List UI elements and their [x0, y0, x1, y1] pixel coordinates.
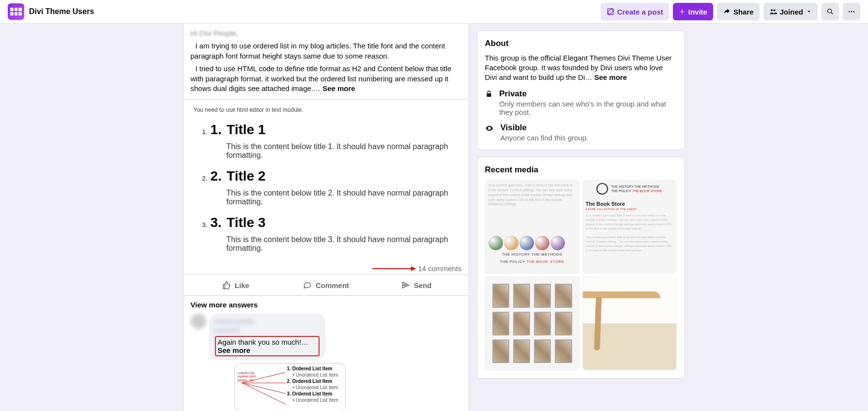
- media-thumb-4[interactable]: [582, 276, 677, 370]
- share-button[interactable]: Share: [717, 3, 760, 20]
- more-button[interactable]: [843, 3, 860, 20]
- invite-label: Invite: [688, 8, 707, 16]
- share-label: Share: [733, 8, 754, 16]
- svg-rect-11: [487, 93, 491, 97]
- ol-item-3: 3. 3. Title 3 This is the content below …: [202, 215, 459, 253]
- view-more-answers[interactable]: View more answers: [184, 296, 469, 314]
- about-text: This group is the official Elegant Theme…: [485, 53, 677, 82]
- private-title: Private: [499, 89, 676, 99]
- media-thumb-3[interactable]: [485, 276, 579, 370]
- ol-item-1: 1. 1. Title 1 This is the content below …: [202, 122, 459, 160]
- joined-label: Joined: [780, 8, 803, 16]
- media-thumb-1[interactable]: Your content goes here. Edit or remove t…: [485, 180, 579, 274]
- svg-line-9: [242, 383, 286, 394]
- comment-text: Again thank you so much!… See more: [218, 338, 309, 354]
- comment-bubble: ——— ——— ———— Again thank you so much!… S…: [209, 314, 325, 360]
- group-icon: [769, 8, 777, 15]
- compose-icon: [607, 8, 614, 15]
- like-button[interactable]: Like: [191, 276, 281, 294]
- comment-author-2: ————: [215, 326, 320, 334]
- joined-button[interactable]: Joined: [763, 3, 818, 20]
- ellipsis-icon: [848, 8, 855, 15]
- about-card: About This group is the official Elegant…: [477, 30, 685, 150]
- private-subtitle: Only members can see who's in the group …: [499, 100, 676, 116]
- about-see-more[interactable]: See more: [594, 73, 627, 81]
- svg-line-10: [242, 383, 286, 404]
- post-paragraph-1: I am trying to use ordered list in my bl…: [191, 41, 462, 61]
- att-line-1: • Unordered List Item: [293, 372, 338, 378]
- att-line-5: • Unordered List Item: [293, 397, 338, 403]
- annotation-arrow: [372, 268, 415, 269]
- chevron-down-icon: [806, 9, 812, 15]
- comment-attachment[interactable]: ordered list number text height : 26 1. …: [234, 363, 346, 411]
- plus-icon: [679, 8, 685, 15]
- comment-button[interactable]: Comment: [281, 276, 371, 294]
- send-button[interactable]: Send: [371, 276, 462, 294]
- invite-button[interactable]: Invite: [673, 3, 713, 20]
- svg-point-6: [853, 11, 854, 13]
- att-line-2: 2. Ordered List Item: [287, 379, 333, 384]
- about-heading: About: [485, 39, 677, 48]
- post-truncated-line: Hi Divi People,: [191, 29, 462, 38]
- svg-point-2: [773, 9, 775, 11]
- send-icon: [401, 281, 410, 289]
- attachment-note: You need to use html editor in text modu…: [194, 107, 459, 113]
- svg-point-12: [488, 128, 490, 129]
- search-button[interactable]: [822, 3, 839, 20]
- like-label: Like: [235, 281, 249, 289]
- post-card: Hi Divi People, I am trying to use order…: [183, 23, 469, 411]
- visible-title: Visible: [501, 123, 589, 133]
- search-icon: [826, 8, 834, 15]
- commenter-avatar[interactable]: [191, 314, 206, 329]
- annotation-highlight: Again thank you so much!… See more: [215, 336, 320, 356]
- post-paragraph-2: I tried to use HTML code to define title…: [191, 64, 462, 93]
- svg-point-4: [849, 11, 850, 13]
- recent-media-heading: Recent media: [485, 165, 677, 175]
- comments-meta: 14 comments: [184, 261, 469, 274]
- see-more-link[interactable]: See more: [322, 84, 355, 92]
- share-icon: [723, 8, 731, 15]
- svg-point-3: [828, 9, 832, 13]
- create-post-button[interactable]: Create a post: [601, 3, 669, 20]
- svg-point-5: [851, 11, 853, 13]
- like-icon: [222, 281, 231, 289]
- create-post-label: Create a post: [617, 8, 663, 16]
- media-thumb-2[interactable]: THE HISTORY THE METHODS THE POLICY THE B…: [582, 180, 677, 274]
- visibility-row: Visible Anyone can find this group.: [485, 123, 677, 142]
- recent-media-card: Recent media Your content goes here. Edi…: [477, 157, 685, 379]
- send-label: Send: [414, 281, 432, 289]
- att-line-4: 3. Ordered List Item: [287, 391, 333, 396]
- att-line-3: • Unordered List Item: [293, 384, 338, 391]
- att-line-0: 1. Ordered List Item: [287, 366, 333, 371]
- comment-row: ——— ——— ———— Again thank you so much!… S…: [184, 314, 469, 411]
- eye-icon: [485, 123, 495, 142]
- comment-see-more[interactable]: See more: [218, 346, 251, 354]
- comment-author[interactable]: ——— ———: [215, 318, 320, 325]
- post-action-bar: Like Comment Send: [184, 274, 469, 296]
- top-bar: Divi Theme Users Create a post Invite Sh…: [0, 0, 868, 24]
- comment-icon: [303, 281, 312, 289]
- group-name[interactable]: Divi Theme Users: [29, 7, 94, 16]
- att-label: ordered list number text height : 26: [238, 371, 257, 382]
- lock-icon: [485, 89, 494, 116]
- ol-item-2: 2. 2. Title 2 This is the content below …: [202, 168, 459, 206]
- privacy-row: Private Only members can see who's in th…: [485, 89, 677, 116]
- comments-count[interactable]: 14 comments: [418, 264, 461, 273]
- group-logo: [8, 3, 24, 20]
- visible-subtitle: Anyone can find this group.: [501, 134, 589, 142]
- post-attachment[interactable]: You need to use html editor in text modu…: [184, 99, 469, 261]
- svg-point-1: [771, 9, 773, 11]
- comment-label: Comment: [316, 281, 349, 289]
